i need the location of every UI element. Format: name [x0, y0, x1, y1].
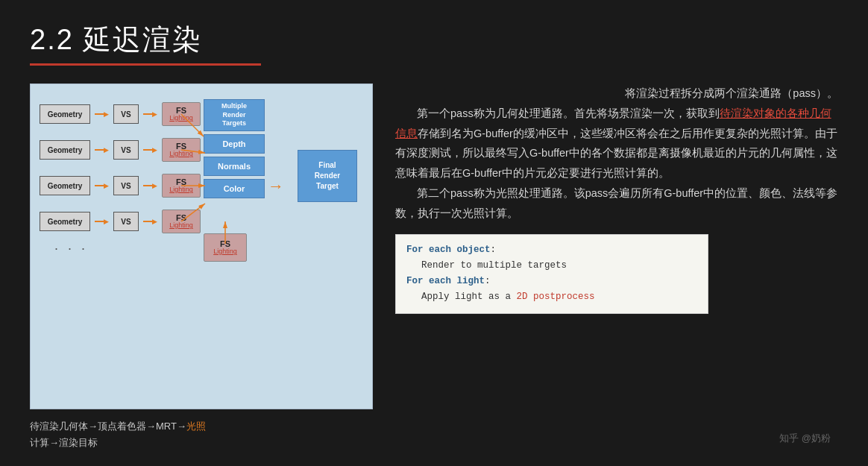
- geometry-node-1: Geometry: [40, 104, 90, 124]
- geometry-node-4: Geometry: [40, 212, 90, 231]
- code-line3-rest: :: [485, 276, 491, 286]
- title-section: 2.2 延迟渲染: [30, 21, 838, 66]
- description-text: 将渲染过程拆分成两个渲染通路（pass）。 第一个pass称为几何处理通路。首先…: [395, 84, 838, 224]
- code-highlight: 2D postprocess: [517, 292, 595, 302]
- fs-node-2: FS Lighting: [162, 138, 201, 162]
- caption-line1: 待渲染几何体→顶点着色器→MRT→光照: [30, 421, 206, 432]
- content-area: Geometry VS FS Lighting Geometry VS: [30, 84, 838, 451]
- geometry-node-3: Geometry: [40, 176, 90, 195]
- arrow-4: [143, 147, 157, 154]
- mrt-color: Color: [204, 179, 265, 198]
- arrow-2: [143, 111, 157, 118]
- code-line4: Apply light as a 2D postprocess: [406, 289, 697, 305]
- caption: 待渲染几何体→顶点着色器→MRT→光照 计算→渲染目标: [30, 418, 373, 451]
- diagram-container: Geometry VS FS Lighting Geometry VS: [30, 84, 373, 409]
- code-line2: Render to multiple targets: [406, 258, 697, 274]
- vs-node-1: VS: [113, 104, 139, 124]
- fs-lighting-bottom: FS Lighting: [204, 233, 247, 262]
- mrt-normals: Normals: [204, 157, 265, 176]
- desc-line3: 第二个pass称为光照处理通路。该pass会遍历所有G-buffer中的位置、颜…: [395, 183, 838, 224]
- page-title: 2.2 延迟渲染: [30, 21, 838, 59]
- final-render-label: FinalRenderTarget: [315, 160, 340, 192]
- arrow-8: [143, 218, 157, 225]
- page-container: 2.2 延迟渲染 Geometry VS FS Lighting: [0, 0, 868, 466]
- fs-node-1: FS Lighting: [162, 102, 201, 126]
- vs-node-4: VS: [113, 212, 139, 231]
- caption-highlight: 光照: [186, 421, 206, 432]
- mrt-title: MultipleRenderTargets: [204, 99, 265, 131]
- desc-line2: 第一个pass称为几何处理通路。首先将场景渲染一次，获取到待渲染对象的各种几何信…: [395, 104, 838, 183]
- vs-node-2: VS: [113, 140, 139, 160]
- fs-node-3: FS Lighting: [162, 174, 201, 198]
- final-render-target: FinalRenderTarget: [298, 150, 357, 202]
- left-panel: Geometry VS FS Lighting Geometry VS: [30, 84, 373, 451]
- mrt-to-final-arrow: →: [268, 178, 284, 195]
- dots: · · ·: [40, 241, 88, 256]
- geometry-node-2: Geometry: [40, 140, 90, 160]
- code-line1-rest: :: [491, 245, 497, 255]
- mrt-section: MultipleRenderTargets Depth Normals Colo…: [204, 99, 265, 198]
- title-underline: [30, 63, 261, 66]
- right-panel: 将渲染过程拆分成两个渲染通路（pass）。 第一个pass称为几何处理通路。首先…: [395, 84, 838, 451]
- vs-node-3: VS: [113, 176, 139, 195]
- arrow-5: [95, 183, 109, 189]
- watermark: 知乎 @奶粉: [779, 432, 831, 445]
- mrt-depth: Depth: [204, 134, 265, 154]
- arrow-1: [95, 111, 109, 118]
- arrow-7: [95, 218, 109, 225]
- fs-node-4: FS Lighting: [162, 210, 201, 233]
- code-line1-keyword: For each object: [406, 245, 491, 255]
- fs-bottom: FS Lighting: [204, 233, 247, 262]
- desc-line1: 将渲染过程拆分成两个渲染通路（pass）。: [395, 84, 838, 104]
- code-block: For each object: Render to multiple targ…: [395, 234, 708, 314]
- desc-highlight: 待渲染对象的各种几何信息: [395, 107, 831, 139]
- code-line3-keyword: For each light: [406, 276, 485, 286]
- arrow-3: [95, 147, 109, 154]
- arrow-6: [143, 183, 157, 189]
- caption-line2: 计算→渲染目标: [30, 437, 98, 448]
